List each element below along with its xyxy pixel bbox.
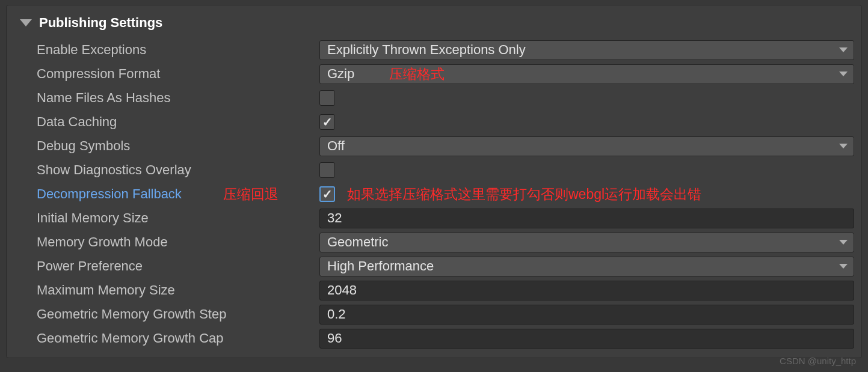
section-header[interactable]: Publishing Settings — [7, 11, 861, 38]
row-initial-memory-size: Initial Memory Size 32 — [7, 206, 861, 230]
row-data-caching: Data Caching ✓ — [7, 110, 861, 134]
watermark: CSDN @unity_http — [780, 356, 856, 366]
input-value: 96 — [327, 331, 342, 346]
dropdown-power-preference[interactable]: High Performance — [319, 257, 854, 276]
publishing-settings-panel: Publishing Settings Enable Exceptions Ex… — [6, 5, 862, 358]
annotation-fallback-note: 如果选择压缩格式这里需要打勾否则webgl运行加载会出错 — [347, 185, 701, 204]
row-decompression-fallback: Decompression Fallback 压缩回退 ✓ 如果选择压缩格式这里… — [7, 182, 861, 206]
dropdown-value: Off — [327, 138, 345, 154]
chevron-down-icon — [839, 264, 848, 269]
annotation-fallback-label: 压缩回退 — [223, 185, 279, 204]
chevron-down-icon — [839, 72, 848, 76]
dropdown-debug-symbols[interactable]: Off — [319, 136, 854, 156]
row-enable-exceptions: Enable Exceptions Explicitly Thrown Exce… — [7, 38, 861, 62]
checkbox-show-diagnostics-overlay[interactable] — [319, 162, 335, 178]
input-maximum-memory-size[interactable]: 2048 — [319, 281, 854, 300]
label-debug-symbols: Debug Symbols — [37, 138, 319, 154]
label-show-diagnostics-overlay: Show Diagnostics Overlay — [37, 162, 319, 178]
input-geometric-memory-growth-step[interactable]: 0.2 — [319, 305, 854, 325]
row-power-preference: Power Preference High Performance — [7, 254, 861, 278]
label-geometric-memory-growth-cap: Geometric Memory Growth Cap — [37, 331, 319, 346]
label-compression-format: Compression Format — [37, 66, 319, 82]
section-title: Publishing Settings — [39, 15, 162, 31]
foldout-icon — [20, 19, 32, 26]
checkbox-data-caching[interactable]: ✓ — [319, 114, 335, 130]
label-initial-memory-size: Initial Memory Size — [37, 210, 319, 226]
dropdown-enable-exceptions[interactable]: Explicitly Thrown Exceptions Only — [319, 40, 854, 60]
input-value: 2048 — [327, 282, 357, 298]
row-compression-format: Compression Format Gzip 压缩格式 — [7, 62, 861, 86]
label-power-preference: Power Preference — [37, 258, 319, 274]
label-data-caching: Data Caching — [37, 114, 319, 130]
chevron-down-icon — [839, 144, 848, 148]
label-enable-exceptions: Enable Exceptions — [37, 42, 319, 58]
annotation-compression-format: 压缩格式 — [389, 65, 445, 84]
dropdown-value: Geometric — [327, 234, 388, 250]
chevron-down-icon — [839, 240, 848, 245]
checkbox-decompression-fallback[interactable]: ✓ — [319, 186, 335, 202]
label-maximum-memory-size: Maximum Memory Size — [37, 282, 319, 298]
label-geometric-memory-growth-step: Geometric Memory Growth Step — [37, 306, 319, 322]
input-value: 32 — [327, 210, 342, 226]
row-debug-symbols: Debug Symbols Off — [7, 134, 861, 158]
checkmark-icon: ✓ — [322, 116, 333, 128]
dropdown-memory-growth-mode[interactable]: Geometric — [319, 233, 854, 252]
input-geometric-memory-growth-cap[interactable]: 96 — [319, 329, 854, 349]
dropdown-value: High Performance — [327, 258, 434, 274]
row-geometric-memory-growth-step: Geometric Memory Growth Step 0.2 — [7, 302, 861, 326]
row-maximum-memory-size: Maximum Memory Size 2048 — [7, 278, 861, 302]
checkmark-icon: ✓ — [322, 188, 333, 200]
row-show-diagnostics-overlay: Show Diagnostics Overlay — [7, 158, 861, 182]
chevron-down-icon — [839, 47, 848, 52]
row-name-files-as-hashes: Name Files As Hashes — [7, 86, 861, 110]
checkbox-name-files-as-hashes[interactable] — [319, 90, 335, 106]
label-name-files-as-hashes: Name Files As Hashes — [37, 90, 319, 106]
dropdown-value: Gzip — [327, 66, 354, 82]
row-geometric-memory-growth-cap: Geometric Memory Growth Cap 96 — [7, 326, 861, 350]
input-initial-memory-size[interactable]: 32 — [319, 209, 854, 228]
input-value: 0.2 — [327, 306, 346, 322]
label-memory-growth-mode: Memory Growth Mode — [37, 234, 319, 250]
dropdown-value: Explicitly Thrown Exceptions Only — [327, 42, 526, 58]
row-memory-growth-mode: Memory Growth Mode Geometric — [7, 230, 861, 254]
